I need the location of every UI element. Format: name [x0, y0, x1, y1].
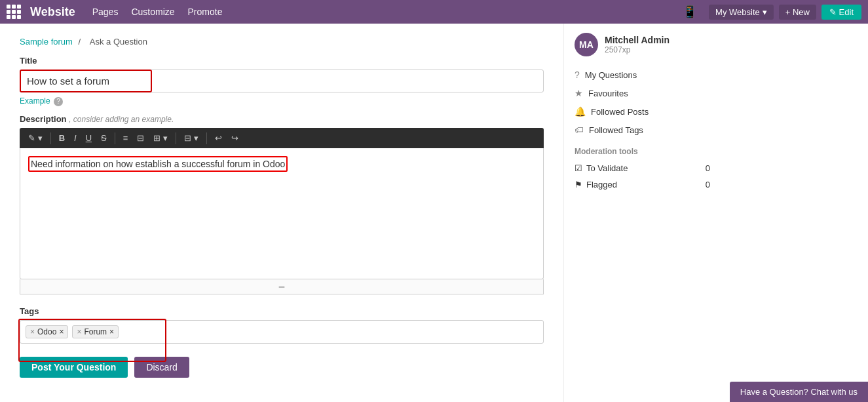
moderation-tools-title: Moderation tools	[575, 147, 710, 156]
moderation-flagged[interactable]: ⚑ Flagged 0	[575, 176, 710, 193]
validate-count: 0	[706, 163, 710, 173]
validate-icon: ☑	[575, 163, 582, 173]
toolbar-table-btn[interactable]: ⊟ ▾	[181, 132, 202, 144]
user-name: Mitchell Admin	[605, 35, 670, 45]
tags-input[interactable]: × Odoo × × Forum ×	[20, 320, 544, 344]
user-xp: 2507xp	[605, 45, 670, 54]
breadcrumb-separator: /	[79, 37, 81, 47]
nav-customize[interactable]: Customize	[131, 7, 174, 17]
breadcrumb-current: Ask a Question	[90, 37, 147, 47]
discard-button[interactable]: Discard	[134, 357, 189, 378]
toolbar-pen-btn[interactable]: ✎ ▾	[25, 132, 46, 144]
question-icon: ?	[575, 70, 580, 80]
nav-right: 📱 My Website ▾ + New ✎ Edit	[683, 5, 861, 20]
editor-text-highlighted: Need information on how establish a succ…	[28, 156, 288, 172]
moderation-validate[interactable]: ☑ To Validate 0	[575, 160, 710, 176]
toolbar-italic-btn[interactable]: I	[71, 132, 80, 144]
sidebar-link-favourites[interactable]: ★ Favourites	[575, 84, 710, 102]
tag-icon: 🏷	[575, 125, 584, 135]
sidebar-link-followed-posts[interactable]: 🔔 Followed Posts	[575, 102, 710, 121]
breadcrumb: Sample forum / Ask a Question	[20, 37, 544, 47]
tag-remove-forum[interactable]: ×	[77, 327, 81, 336]
avatar: MA	[575, 33, 598, 56]
toolbar-underline-btn[interactable]: U	[83, 132, 95, 144]
toolbar-bold-btn[interactable]: B	[56, 132, 68, 144]
example-link[interactable]: Example ?	[20, 96, 63, 106]
bell-icon: 🔔	[575, 106, 586, 117]
form-actions: Post Your Question Discard	[20, 357, 544, 378]
tag-remove-odoo[interactable]: ×	[30, 327, 35, 336]
toolbar-align-btn[interactable]: ⊞ ▾	[150, 132, 171, 144]
breadcrumb-forum-link[interactable]: Sample forum	[20, 37, 73, 47]
toolbar-redo-btn[interactable]: ↪	[228, 132, 242, 144]
flag-icon: ⚑	[575, 180, 582, 190]
tag-chip-odoo: × Odoo ×	[26, 325, 68, 338]
top-navigation: Website Pages Customize Promote 📱 My Web…	[0, 0, 868, 24]
edit-button[interactable]: ✎ Edit	[821, 5, 861, 20]
nav-links: Pages Customize Promote	[92, 7, 223, 17]
mobile-icon[interactable]: 📱	[683, 5, 697, 19]
description-label: Description , consider adding an example…	[20, 114, 544, 124]
tags-section: Tags × Odoo × × Forum ×	[20, 306, 544, 344]
my-website-button[interactable]: My Website ▾	[709, 5, 774, 20]
toolbar-sep-3	[176, 132, 176, 144]
sidebar-link-followed-tags[interactable]: 🏷 Followed Tags	[575, 121, 710, 139]
toolbar-sep-4	[206, 132, 207, 144]
user-info: Mitchell Admin 2507xp	[605, 35, 670, 54]
title-input[interactable]	[20, 70, 544, 92]
page-layout: Sample forum / Ask a Question Title Exam…	[0, 24, 868, 402]
sidebar-link-my-questions[interactable]: ? My Questions	[575, 66, 710, 84]
user-card: MA Mitchell Admin 2507xp	[575, 33, 710, 56]
editor-area[interactable]: Need information on how establish a succ…	[20, 148, 544, 279]
tags-label: Tags	[20, 306, 544, 316]
new-button[interactable]: + New	[779, 5, 816, 20]
tag-chip-forum: × Forum ×	[72, 325, 119, 338]
chevron-down-icon: ▾	[763, 7, 767, 17]
main-content: Sample forum / Ask a Question Title Exam…	[0, 24, 563, 402]
toolbar-strikethrough-btn[interactable]: S	[98, 132, 110, 144]
editor-resize-handle[interactable]: ═	[20, 279, 544, 294]
tags-field-outer: × Odoo × × Forum ×	[20, 320, 544, 344]
flagged-count: 0	[706, 180, 710, 190]
brand-name[interactable]: Website	[30, 5, 75, 19]
help-icon[interactable]: ?	[54, 97, 63, 106]
toolbar-sep-2	[115, 132, 115, 144]
nav-pages[interactable]: Pages	[92, 7, 119, 17]
title-label: Title	[20, 56, 544, 66]
toolbar-undo-btn[interactable]: ↩	[212, 132, 225, 144]
title-field-container	[20, 70, 544, 92]
toolbar-ul-btn[interactable]: ≡	[120, 132, 132, 144]
editor-toolbar: ✎ ▾ B I U S ≡ ⊟ ⊞ ▾ ⊟ ▾ ↩ ↪	[20, 128, 544, 148]
grid-icon[interactable]	[7, 5, 21, 19]
nav-promote[interactable]: Promote	[188, 7, 223, 17]
toolbar-sep-1	[50, 132, 51, 144]
toolbar-ol-btn[interactable]: ⊟	[134, 132, 147, 144]
chat-widget[interactable]: Have a Question? Chat with us	[730, 382, 868, 402]
star-icon: ★	[575, 88, 583, 98]
sidebar: MA Mitchell Admin 2507xp ? My Questions …	[563, 24, 721, 402]
post-question-button[interactable]: Post Your Question	[20, 357, 128, 378]
